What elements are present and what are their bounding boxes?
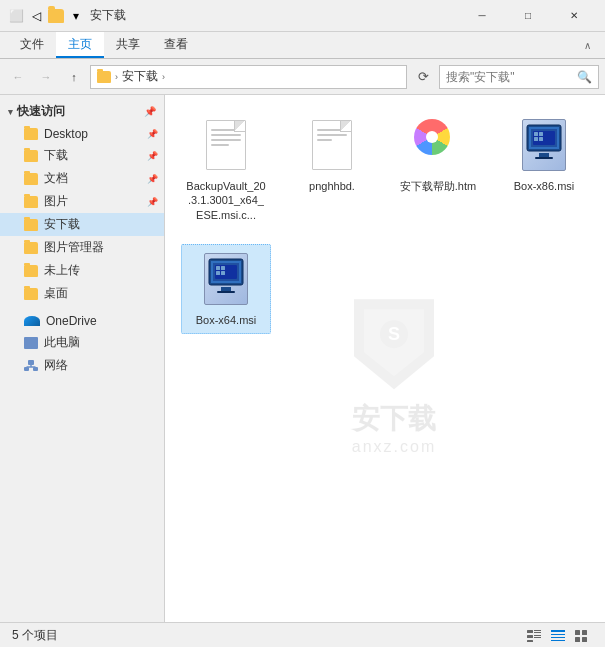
sidebar-item-notupload[interactable]: 未上传 (0, 259, 164, 282)
files-grid: BackupVault_20.3.1.3001_x64_ESE.msi.c...… (181, 111, 589, 334)
list-view-icon (527, 630, 541, 642)
svg-rect-22 (221, 287, 231, 291)
msi-bg-x64 (204, 253, 248, 305)
svg-rect-14 (534, 132, 538, 136)
file-name-msi-x64: Box-x64.msi (196, 313, 257, 327)
ribbon: 文件 主页 共享 查看 ∧ (0, 32, 605, 59)
doc-icon-png (312, 120, 352, 170)
forward-button[interactable]: → (34, 65, 58, 89)
svg-rect-35 (551, 630, 565, 632)
file-item-htm[interactable]: 安下载帮助.htm (393, 111, 483, 228)
sidebar-item-pc[interactable]: 此电脑 (0, 331, 164, 354)
sidebar-label-pc: 此电脑 (44, 334, 80, 351)
breadcrumb-folder-icon (97, 71, 111, 83)
file-item-msi-x64[interactable]: Box-x64.msi (181, 244, 271, 334)
sidebar-item-documents[interactable]: 文档 📌 (0, 167, 164, 190)
sidebar-label-picmanager: 图片管理器 (44, 239, 104, 256)
msi-computer-svg-x64 (207, 257, 245, 301)
sidebar-item-desktop2[interactable]: 桌面 (0, 282, 164, 305)
sidebar-label-network: 网络 (44, 357, 68, 374)
view-btn-detail[interactable] (547, 626, 569, 646)
tab-home[interactable]: 主页 (56, 32, 104, 58)
back-history-icon: ◁ (28, 8, 44, 24)
status-item-count: 5 个项目 (12, 627, 58, 644)
sidebar-item-desktop[interactable]: Desktop 📌 (0, 124, 164, 144)
breadcrumb[interactable]: › 安下载 › (90, 65, 407, 89)
file-item-msi-x86[interactable]: Box-x86.msi (499, 111, 589, 228)
onedrive-icon (24, 316, 40, 326)
minimize-button[interactable]: ─ (459, 0, 505, 32)
doc-line3 (211, 139, 241, 141)
network-icon (24, 360, 38, 372)
window-title: 安下载 (90, 7, 459, 24)
maximize-button[interactable]: □ (505, 0, 551, 32)
sidebar-item-onedrive[interactable]: OneDrive (0, 311, 164, 331)
file-item-backup[interactable]: BackupVault_20.3.1.3001_x64_ESE.msi.c... (181, 111, 271, 228)
search-icon[interactable]: 🔍 (576, 69, 592, 85)
svg-rect-36 (551, 634, 565, 635)
svg-rect-16 (534, 137, 538, 141)
tab-share[interactable]: 共享 (104, 32, 152, 58)
sidebar-item-pictures[interactable]: 图片 📌 (0, 190, 164, 213)
msi-computer-svg (525, 123, 563, 167)
svg-rect-28 (527, 630, 533, 633)
file-name-htm: 安下载帮助.htm (400, 179, 476, 193)
svg-rect-31 (527, 635, 533, 638)
file-icon-msi-x86 (520, 117, 568, 173)
pc-icon (24, 337, 38, 349)
file-item-png[interactable]: pnghhbd. (287, 111, 377, 228)
tab-view[interactable]: 查看 (152, 32, 200, 58)
sidebar-label-notupload: 未上传 (44, 262, 80, 279)
view-btn-list[interactable] (523, 626, 545, 646)
sidebar-label-onedrive: OneDrive (46, 314, 97, 328)
sidebar-label-documents: 文档 (44, 170, 68, 187)
sidebar-label-desktop: Desktop (44, 127, 88, 141)
svg-rect-0 (28, 360, 34, 365)
sidebar-label-downloads: 下载 (44, 147, 68, 164)
svg-rect-12 (539, 153, 549, 157)
pin-icon: 📌 (144, 106, 156, 117)
svg-rect-15 (539, 132, 543, 136)
sidebar-folder-icon-notupload (24, 265, 38, 277)
quick-access-header[interactable]: ▾ 快速访问 📌 (0, 99, 164, 124)
address-bar: ← → ↑ › 安下载 › ⟳ 🔍 (0, 59, 605, 95)
sidebar-folder-icon-picmanager (24, 242, 38, 254)
svg-rect-38 (551, 640, 565, 641)
doc-line2 (211, 134, 241, 136)
sidebar-item-picmanager[interactable]: 图片管理器 (0, 236, 164, 259)
svg-rect-26 (216, 271, 220, 275)
tab-file[interactable]: 文件 (8, 32, 56, 58)
view-btn-largeicon[interactable] (571, 626, 593, 646)
title-bar-icons: ⬜ ◁ ▾ (8, 8, 84, 24)
pin-icon-documents: 📌 (147, 174, 158, 184)
svg-rect-30 (534, 632, 541, 633)
pin-icon-pictures: 📌 (147, 197, 158, 207)
close-button[interactable]: ✕ (551, 0, 597, 32)
ribbon-collapse-icon[interactable]: ∧ (577, 32, 597, 58)
sidebar-item-anxiazai[interactable]: 安下载 (0, 213, 164, 236)
svg-rect-32 (534, 635, 541, 636)
htm-color-icon (414, 119, 450, 155)
refresh-button[interactable]: ⟳ (411, 65, 435, 89)
svg-rect-24 (216, 266, 220, 270)
doc-icon (206, 120, 246, 170)
search-input[interactable] (446, 70, 572, 84)
sidebar-folder-icon-desktop2 (24, 288, 38, 300)
title-bar: ⬜ ◁ ▾ 安下载 ─ □ ✕ (0, 0, 605, 32)
up-button[interactable]: ↑ (62, 65, 86, 89)
file-area: S 安下载 anxz.com BackupVault_20.3.1.3001_x… (165, 95, 605, 622)
svg-rect-42 (582, 637, 587, 642)
svg-rect-39 (575, 630, 580, 635)
breadcrumb-separator: › (115, 72, 118, 82)
svg-rect-27 (221, 271, 225, 275)
sidebar-label-pictures: 图片 (44, 193, 68, 210)
msi-bg-x86 (522, 119, 566, 171)
pin-icon-downloads: 📌 (147, 151, 158, 161)
sidebar-item-network[interactable]: 网络 (0, 354, 164, 377)
svg-rect-33 (534, 637, 541, 638)
file-icon-htm (414, 117, 462, 173)
svg-rect-23 (217, 291, 235, 293)
status-bar: 5 个项目 (0, 622, 605, 647)
sidebar-item-downloads[interactable]: 下载 📌 (0, 144, 164, 167)
back-button[interactable]: ← (6, 65, 30, 89)
